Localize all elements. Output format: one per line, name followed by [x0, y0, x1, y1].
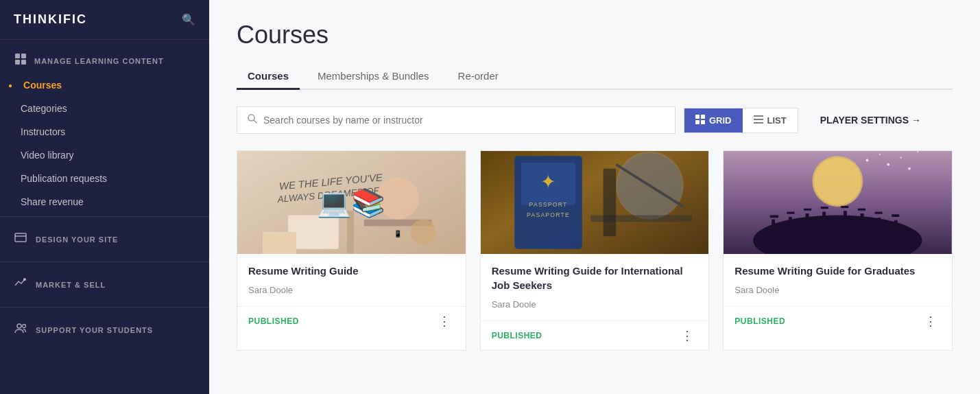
- publication-requests-label: Publication requests: [21, 173, 107, 184]
- svg-rect-58: [894, 220, 898, 231]
- svg-point-7: [17, 324, 21, 328]
- sidebar-item-instructors[interactable]: Instructors: [0, 120, 209, 143]
- svg-rect-0: [15, 54, 20, 58]
- svg-rect-65: [875, 212, 883, 214]
- course-2-title: Resume Writing Guide for International J…: [492, 264, 698, 292]
- support-icon: [14, 321, 27, 338]
- tab-reorder[interactable]: Re-order: [447, 63, 510, 89]
- course-3-footer: PUBLISHED ⋮: [724, 306, 952, 336]
- svg-point-25: [411, 220, 436, 245]
- svg-rect-62: [821, 207, 828, 209]
- search-input[interactable]: [263, 115, 665, 126]
- svg-point-6: [23, 278, 26, 281]
- svg-rect-4: [15, 233, 26, 242]
- svg-rect-22: [347, 211, 354, 253]
- svg-text:✦: ✦: [540, 171, 556, 192]
- market-sell-label: MARKET & SELL: [36, 281, 106, 289]
- list-view-button[interactable]: LIST: [743, 108, 798, 132]
- svg-point-67: [866, 159, 869, 162]
- svg-rect-60: [787, 212, 795, 214]
- course-card-2[interactable]: ✦ PASSPORT PASAPORTE Resume Writing Guid…: [480, 150, 710, 351]
- svg-rect-14: [701, 120, 705, 124]
- svg-point-23: [377, 177, 419, 220]
- svg-rect-3: [21, 60, 26, 65]
- course-2-more-button[interactable]: ⋮: [677, 328, 697, 343]
- svg-line-10: [254, 120, 256, 123]
- sidebar-item-courses[interactable]: Courses: [0, 73, 209, 97]
- sidebar-search-icon[interactable]: 🔍: [182, 13, 195, 26]
- course-thumbnail-1: WE THE LIFE YOU'VE ALWAYS DREAMED OF 📱: [237, 151, 466, 254]
- svg-rect-11: [695, 115, 700, 119]
- svg-point-69: [887, 163, 890, 166]
- course-3-info: Resume Writing Guide for Graduates Sara …: [724, 254, 952, 303]
- manage-learning-section: MANAGE LEARNING CONTENT: [0, 40, 209, 73]
- course-1-author: Sara Doole: [248, 285, 455, 295]
- list-icon: [754, 115, 763, 126]
- design-your-site-label: DESIGN YOUR SITE: [36, 235, 118, 244]
- grid-label: GRID: [709, 115, 732, 126]
- grid-view-button[interactable]: GRID: [684, 108, 743, 132]
- course-card-3[interactable]: Resume Writing Guide for Graduates Sara …: [723, 150, 953, 351]
- course-1-footer: PUBLISHED ⋮: [237, 306, 466, 336]
- tab-courses[interactable]: Courses: [237, 63, 300, 89]
- course-2-author: Sara Doole: [492, 299, 698, 310]
- svg-rect-50: [822, 212, 826, 222]
- sidebar-item-share-revenue[interactable]: Share revenue: [0, 190, 209, 213]
- course-2-info: Resume Writing Guide for International J…: [481, 254, 709, 318]
- sidebar-logo-area: THINKIFIC 🔍: [0, 0, 209, 40]
- course-3-status: PUBLISHED: [734, 316, 785, 326]
- sidebar-item-publication-requests[interactable]: Publication requests: [0, 167, 209, 190]
- toolbar-row: GRID LIST PLAYER SETTINGS →: [237, 106, 953, 134]
- tab-memberships[interactable]: Memberships & Bundles: [307, 63, 440, 89]
- svg-rect-26: [263, 232, 296, 254]
- svg-rect-61: [804, 209, 811, 211]
- support-students-section[interactable]: SUPPORT YOUR STUDENTS: [0, 310, 209, 349]
- svg-rect-63: [841, 206, 849, 208]
- share-revenue-label: Share revenue: [21, 196, 84, 207]
- svg-rect-38: [603, 169, 615, 237]
- search-icon: [247, 113, 258, 127]
- course-3-title: Resume Writing Guide for Graduates: [734, 264, 941, 278]
- course-3-more-button[interactable]: ⋮: [920, 314, 941, 329]
- course-3-author: Sara Doole: [734, 285, 941, 295]
- view-toggle: GRID LIST: [684, 108, 798, 133]
- manage-learning-label: MANAGE LEARNING CONTENT: [14, 52, 195, 69]
- course-2-footer: PUBLISHED ⋮: [481, 321, 709, 350]
- support-students-label: SUPPORT YOUR STUDENTS: [36, 326, 153, 334]
- svg-point-8: [23, 325, 26, 328]
- svg-rect-44: [772, 220, 776, 232]
- course-card-1[interactable]: WE THE LIFE YOU'VE ALWAYS DREAMED OF 📱 R…: [237, 150, 466, 351]
- manage-learning-icon: [14, 52, 27, 69]
- svg-point-41: [814, 158, 861, 205]
- svg-rect-12: [701, 115, 705, 119]
- design-your-site-section[interactable]: DESIGN YOUR SITE: [0, 220, 209, 259]
- sidebar: THINKIFIC 🔍 MANAGE LEARNING CONTENT Cour…: [0, 0, 209, 394]
- video-library-label: Video library: [21, 150, 74, 161]
- svg-rect-56: [878, 218, 881, 228]
- svg-rect-46: [789, 217, 792, 228]
- svg-text:PASSPORT: PASSPORT: [529, 201, 567, 208]
- svg-rect-13: [695, 120, 700, 124]
- player-settings-link[interactable]: PLAYER SETTINGS →: [820, 115, 921, 126]
- course-2-status: PUBLISHED: [492, 331, 542, 340]
- logo-text: THINKIFIC: [14, 12, 87, 27]
- design-icon: [14, 231, 27, 248]
- svg-text:PASAPORTE: PASAPORTE: [527, 211, 570, 218]
- sidebar-item-video-library[interactable]: Video library: [0, 143, 209, 167]
- grid-icon: [695, 115, 705, 126]
- svg-rect-2: [15, 60, 20, 65]
- course-thumbnail-2: ✦ PASSPORT PASAPORTE: [481, 151, 709, 254]
- svg-point-68: [879, 154, 881, 155]
- sidebar-item-categories[interactable]: Categories: [0, 97, 209, 120]
- courses-label: Courses: [23, 80, 62, 91]
- course-1-more-button[interactable]: ⋮: [434, 314, 455, 329]
- svg-text:📱: 📱: [394, 229, 403, 238]
- market-sell-section[interactable]: MARKET & SELL: [0, 265, 209, 304]
- course-thumbnail-3: [724, 151, 952, 254]
- list-label: LIST: [767, 115, 787, 126]
- svg-point-70: [900, 157, 902, 158]
- svg-rect-48: [806, 213, 809, 224]
- svg-rect-66: [892, 214, 900, 217]
- svg-rect-54: [861, 213, 864, 224]
- manage-learning-section-label: MANAGE LEARNING CONTENT: [34, 57, 164, 65]
